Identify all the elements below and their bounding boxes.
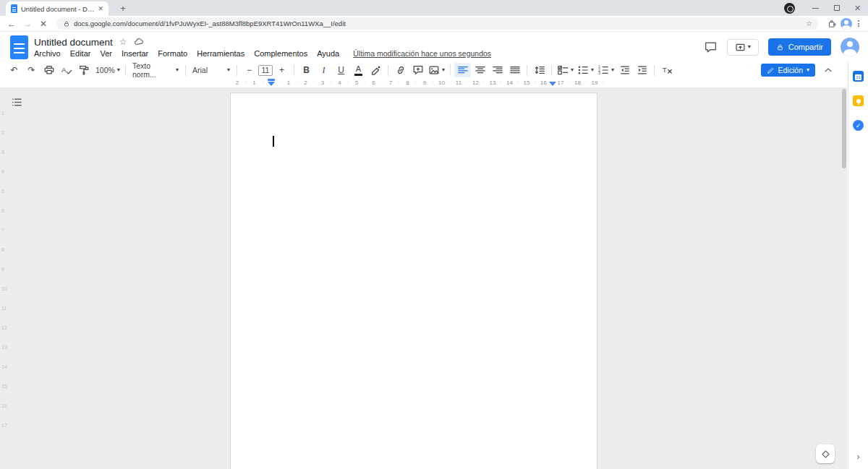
bookmark-star-icon[interactable]: ☆ xyxy=(806,20,812,27)
menu-herramientas[interactable]: Herramientas xyxy=(197,49,244,58)
ruler-number: 9 xyxy=(423,79,426,86)
undo-button[interactable]: ↶ xyxy=(6,63,22,77)
zoom-dropdown[interactable]: 100% ▾ xyxy=(93,63,122,77)
decrease-font-size-button[interactable]: − xyxy=(241,63,258,77)
document-outline-button[interactable] xyxy=(9,94,25,110)
star-document-icon[interactable]: ☆ xyxy=(119,37,127,47)
svg-text:T: T xyxy=(662,66,666,74)
style-value: Texto norm... xyxy=(132,61,174,79)
close-tab-icon[interactable]: ✕ xyxy=(98,5,103,12)
maximize-button[interactable] xyxy=(826,0,847,16)
hide-menus-chevron-icon[interactable] xyxy=(823,65,833,75)
bulleted-list-button[interactable]: ▾ xyxy=(576,63,595,77)
checklist-button[interactable]: ▾ xyxy=(556,63,575,77)
share-button[interactable]: Compartir xyxy=(768,38,831,56)
menu-bar: Archivo Editar Ver Insertar Formato Herr… xyxy=(34,49,491,58)
forward-button[interactable]: → xyxy=(20,17,35,31)
paint-format-button[interactable] xyxy=(75,63,92,77)
present-to-meet-button[interactable]: ▾ xyxy=(727,39,759,56)
menu-archivo[interactable]: Archivo xyxy=(34,49,61,58)
toolbar-separator xyxy=(450,65,451,76)
ruler-tick: · xyxy=(312,79,315,85)
bold-button[interactable]: B xyxy=(298,63,315,77)
decrease-indent-button[interactable] xyxy=(616,63,633,77)
browser-tab[interactable]: Untitled document - Documento ✕ xyxy=(6,1,109,16)
increase-indent-button[interactable] xyxy=(634,63,650,77)
align-right-button[interactable] xyxy=(489,63,506,77)
toolbar-separator xyxy=(294,65,294,76)
align-justify-button[interactable] xyxy=(506,63,523,77)
close-window-button[interactable]: ✕ xyxy=(847,0,868,16)
menu-ayuda[interactable]: Ayuda xyxy=(317,49,339,58)
last-edit-link[interactable]: Última modificación hace unos segundos xyxy=(353,49,491,58)
menu-complementos[interactable]: Complementos xyxy=(254,49,307,58)
minimize-button[interactable] xyxy=(805,0,826,16)
numbered-list-button[interactable]: 123 ▾ xyxy=(596,63,616,77)
ruler-number: 7 xyxy=(389,79,392,86)
increase-font-size-button[interactable]: + xyxy=(273,63,290,77)
lock-icon xyxy=(776,43,784,51)
highlight-color-button[interactable] xyxy=(367,63,384,77)
toolbar-separator xyxy=(125,65,126,76)
tasks-icon[interactable]: ✓ xyxy=(853,120,864,131)
ruler-number: 12 xyxy=(472,79,479,86)
underline-button[interactable]: U xyxy=(333,63,349,77)
font-size-value[interactable]: 11 xyxy=(258,65,273,76)
vertical-scrollbar-thumb[interactable] xyxy=(842,89,846,168)
menu-ver[interactable]: Ver xyxy=(100,49,112,58)
menu-insertar[interactable]: Insertar xyxy=(122,49,148,58)
insert-link-button[interactable] xyxy=(392,63,409,77)
keep-icon[interactable] xyxy=(853,95,864,106)
ruler-number: 3 xyxy=(321,79,324,86)
saved-cloud-icon[interactable] xyxy=(134,37,144,47)
toolbar-separator xyxy=(185,65,186,76)
italic-button[interactable]: I xyxy=(315,63,332,77)
align-left-button[interactable] xyxy=(454,63,471,77)
extensions-puzzle-icon[interactable] xyxy=(825,17,839,31)
comments-icon[interactable] xyxy=(704,40,718,54)
collapse-side-panel-icon[interactable]: › xyxy=(857,452,860,462)
ruler-number: 16 xyxy=(1,403,7,408)
line-spacing-button[interactable] xyxy=(531,63,548,77)
browser-extension-icon[interactable] xyxy=(784,3,795,14)
browser-profile-avatar[interactable] xyxy=(841,18,852,30)
document-title[interactable]: Untitled document xyxy=(34,37,113,48)
calendar-icon[interactable] xyxy=(853,71,864,82)
menu-editar[interactable]: Editar xyxy=(70,49,91,58)
document-page[interactable] xyxy=(230,92,597,469)
styles-dropdown[interactable]: Texto norm... ▾ xyxy=(129,63,182,77)
svg-text:A: A xyxy=(61,66,66,74)
minimize-icon xyxy=(812,8,819,9)
ruler-tick: · xyxy=(448,79,451,85)
first-line-indent-marker[interactable] xyxy=(268,79,275,81)
zoom-value: 100% xyxy=(95,66,115,74)
ruler-tick: · xyxy=(466,79,468,85)
explore-button[interactable] xyxy=(816,444,835,463)
redo-button[interactable]: ↷ xyxy=(23,63,40,77)
clear-formatting-button[interactable]: T xyxy=(658,63,675,77)
stop-reload-button[interactable]: ✕ xyxy=(36,17,51,31)
spellcheck-button[interactable]: A xyxy=(58,63,75,77)
print-button[interactable] xyxy=(41,63,57,77)
align-center-button[interactable] xyxy=(472,63,488,77)
ruler-number: 13 xyxy=(1,345,7,350)
menu-formato[interactable]: Formato xyxy=(158,49,187,58)
account-avatar[interactable] xyxy=(841,38,859,56)
add-comment-button[interactable] xyxy=(409,63,426,77)
insert-image-button[interactable]: ▾ xyxy=(427,63,446,77)
ruler-number: 6 xyxy=(372,79,375,86)
ruler-tick: · xyxy=(262,79,264,85)
url-text: docs.google.com/document/d/1fvPJuWyxEI-_… xyxy=(74,20,802,27)
text-color-button[interactable]: A xyxy=(350,63,367,77)
docs-logo-icon[interactable] xyxy=(10,35,28,59)
screen: Untitled document - Documento ✕ + ✕ ← → … xyxy=(0,0,868,469)
address-bar[interactable]: docs.google.com/document/d/1fvPJuWyxEI-_… xyxy=(56,17,819,30)
font-dropdown[interactable]: Arial ▾ xyxy=(190,63,233,77)
new-tab-button[interactable]: + xyxy=(116,2,130,14)
browser-menu-icon[interactable] xyxy=(854,18,864,30)
left-margin-marker[interactable] xyxy=(268,82,275,86)
browser-tab-strip: Untitled document - Documento ✕ + ✕ xyxy=(0,0,868,16)
back-button[interactable]: ← xyxy=(4,17,19,31)
ruler-number: 8 xyxy=(406,79,409,86)
editing-mode-dropdown[interactable]: Edición ▾ xyxy=(761,64,815,77)
